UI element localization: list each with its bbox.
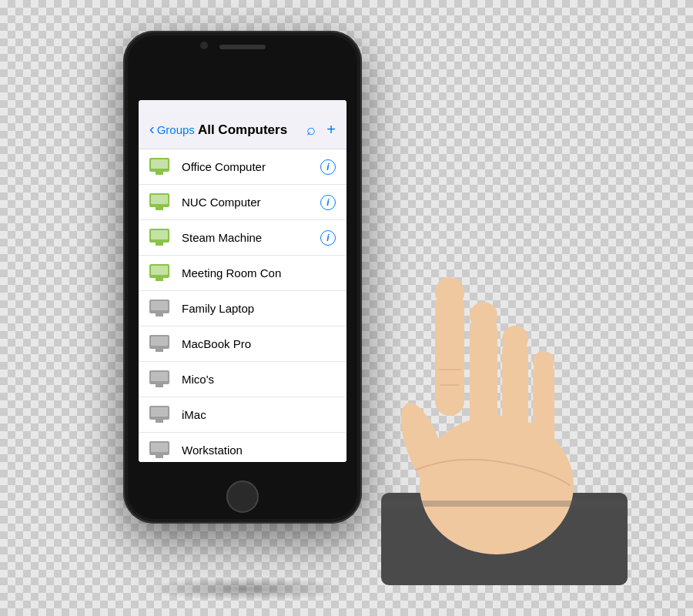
add-button[interactable]: + xyxy=(326,121,336,139)
computer-name: iMac xyxy=(182,408,336,421)
computer-name: Workstation xyxy=(182,444,336,457)
svg-point-4 xyxy=(435,277,464,308)
computer-icon-gray xyxy=(149,300,172,318)
list-item[interactable]: iMac xyxy=(139,397,346,433)
nav-actions: ⌕ + xyxy=(306,121,336,139)
phone-shadow xyxy=(139,578,354,601)
list-item[interactable]: Family Laptop xyxy=(139,291,346,326)
hand-overlay xyxy=(362,200,647,585)
list-item[interactable]: Meeting Room Con xyxy=(139,256,346,291)
computer-icon-gray xyxy=(149,335,172,353)
computer-name: Mico's xyxy=(182,373,336,386)
list-item[interactable]: Steam Machinei xyxy=(139,220,346,256)
computer-name: Steam Machine xyxy=(182,231,320,244)
list-item[interactable]: Office Computeri xyxy=(139,149,346,185)
svg-point-8 xyxy=(502,326,528,352)
hand-illustration xyxy=(362,200,647,585)
svg-point-11 xyxy=(392,397,455,496)
computer-name: Meeting Room Con xyxy=(182,266,336,280)
svg-point-10 xyxy=(533,351,554,373)
computer-icon-gray xyxy=(149,370,172,389)
scene: ‹ Groups All Computers ⌕ + Office Comput… xyxy=(77,15,616,601)
info-button[interactable]: i xyxy=(320,195,336,210)
computer-name: NUC Computer xyxy=(182,196,320,209)
phone-camera xyxy=(200,42,208,49)
phone-speaker xyxy=(219,45,266,49)
computer-icon-yellow xyxy=(149,264,172,283)
svg-rect-9 xyxy=(533,362,554,454)
svg-point-0 xyxy=(381,493,628,585)
phone-home-button[interactable] xyxy=(226,480,259,513)
status-bar xyxy=(139,100,346,111)
nav-bar: ‹ Groups All Computers ⌕ + xyxy=(139,111,346,149)
computer-icon-yellow xyxy=(149,193,172,212)
svg-rect-14 xyxy=(381,500,628,507)
info-button[interactable]: i xyxy=(320,159,336,175)
computer-icon-yellow xyxy=(149,158,172,176)
back-button[interactable]: ‹ Groups xyxy=(149,122,195,138)
list-item[interactable]: NUC Computeri xyxy=(139,185,346,220)
phone-screen: ‹ Groups All Computers ⌕ + Office Comput… xyxy=(139,100,346,462)
svg-point-6 xyxy=(470,302,497,330)
nav-title: All Computers xyxy=(198,122,287,138)
svg-rect-5 xyxy=(470,316,497,431)
computer-name: Family Laptop xyxy=(182,302,336,315)
phone: ‹ Groups All Computers ⌕ + Office Comput… xyxy=(123,31,362,524)
computer-icon-gray xyxy=(149,441,172,460)
svg-rect-7 xyxy=(502,339,528,447)
computer-list: Office Computeri NUC Computeri Steam Mac… xyxy=(139,149,346,462)
back-label: Groups xyxy=(157,123,195,136)
svg-rect-3 xyxy=(435,293,464,416)
computer-icon-gray xyxy=(149,406,172,424)
svg-point-2 xyxy=(420,416,574,554)
svg-rect-1 xyxy=(381,493,628,585)
list-item[interactable]: Workstation xyxy=(139,433,346,462)
chevron-left-icon: ‹ xyxy=(149,120,155,138)
computer-name: Office Computer xyxy=(182,160,320,173)
computer-name: MacBook Pro xyxy=(182,337,336,350)
computer-icon-yellow xyxy=(149,229,172,247)
search-button[interactable]: ⌕ xyxy=(306,121,316,139)
list-item[interactable]: Mico's xyxy=(139,362,346,397)
info-button[interactable]: i xyxy=(320,230,336,246)
list-item[interactable]: MacBook Pro xyxy=(139,326,346,362)
